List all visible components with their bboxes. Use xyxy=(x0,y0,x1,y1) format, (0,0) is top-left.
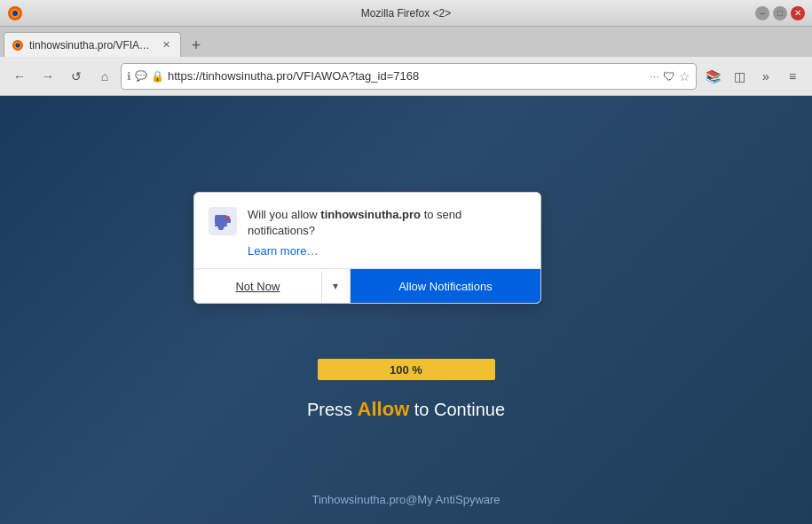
new-tab-button[interactable]: + xyxy=(185,34,208,57)
reload-button[interactable]: ↺ xyxy=(64,64,89,89)
page-content: Will you allow tinhowsinutha.pro to send… xyxy=(0,96,812,524)
address-bar[interactable]: ℹ 💬 🔒 https://tinhowsinutha.pro/VFIAWOA?… xyxy=(121,63,697,90)
bookmark-star-icon[interactable]: ☆ xyxy=(679,69,690,83)
notification-bell-icon xyxy=(209,207,237,235)
titlebar: Mozilla Firefox <2> – □ ✕ xyxy=(0,0,812,27)
page-footer: Tinhowsinutha.pro@My AntiSpyware xyxy=(311,493,500,506)
toolbar: ← → ↺ ⌂ ℹ 💬 🔒 https://tinhowsinutha.pro/… xyxy=(0,57,812,96)
popup-message-prefix: Will you allow xyxy=(248,208,320,221)
svg-point-10 xyxy=(226,216,230,219)
minimize-button[interactable]: – xyxy=(755,6,769,20)
titlebar-left xyxy=(7,5,23,21)
not-now-label: Not Now xyxy=(235,280,280,293)
maximize-button[interactable]: □ xyxy=(773,6,787,20)
learn-more-link[interactable]: Learn more… xyxy=(248,244,526,258)
menu-button[interactable]: ≡ xyxy=(780,64,805,89)
continue-text: to Continue xyxy=(409,400,505,419)
svg-point-5 xyxy=(16,43,20,47)
home-button[interactable]: ⌂ xyxy=(92,64,117,89)
toolbar-right: 📚 ◫ » ≡ xyxy=(700,64,805,89)
popup-domain: tinhowsinutha.pro xyxy=(320,208,421,221)
dropdown-arrow-icon: ▾ xyxy=(333,280,338,292)
tab-favicon-icon xyxy=(12,39,24,52)
svg-rect-6 xyxy=(215,215,227,225)
press-text: Press xyxy=(307,400,358,419)
press-allow-message: Press Allow to Continue xyxy=(307,398,505,421)
allow-word: Allow xyxy=(358,398,410,420)
tab-title: tinhowsinutha.pro/VFIAWOA xyxy=(29,39,154,52)
lock-icon: 🔒 xyxy=(151,70,164,83)
not-now-button[interactable]: Not Now xyxy=(194,269,322,303)
progress-text: 100 % xyxy=(390,363,422,377)
popup-message: Will you allow tinhowsinutha.pro to send… xyxy=(248,207,526,239)
not-now-dropdown-button[interactable]: ▾ xyxy=(322,269,351,303)
close-tab-button[interactable]: ✕ xyxy=(159,38,173,52)
popup-text-container: Will you allow tinhowsinutha.pro to send… xyxy=(248,207,526,258)
back-button[interactable]: ← xyxy=(7,64,32,89)
allow-notifications-button[interactable]: Allow Notifications xyxy=(351,269,540,303)
info-icon: ℹ xyxy=(127,70,131,83)
window-title: Mozilla Firefox <2> xyxy=(361,7,451,20)
etp-shield-icon[interactable]: 🛡 xyxy=(663,69,675,83)
titlebar-controls: – □ ✕ xyxy=(755,6,805,20)
overflow-button[interactable]: » xyxy=(753,64,778,89)
progress-bar: 100 % xyxy=(318,359,495,380)
active-tab[interactable]: tinhowsinutha.pro/VFIAWOA ✕ xyxy=(4,32,181,57)
firefox-logo-icon xyxy=(7,5,23,21)
url-text: https://tinhowsinutha.pro/VFIAWOA?tag_id… xyxy=(168,69,646,83)
progress-area: 100 % xyxy=(318,359,495,380)
popup-footer: Not Now ▾ Allow Notifications xyxy=(194,268,540,303)
tabbar: tinhowsinutha.pro/VFIAWOA ✕ + xyxy=(0,27,812,57)
library-button[interactable]: 📚 xyxy=(700,64,725,89)
more-options-icon[interactable]: ··· xyxy=(650,69,659,83)
svg-point-2 xyxy=(12,11,18,16)
popup-body: Will you allow tinhowsinutha.pro to send… xyxy=(194,193,540,268)
forward-button[interactable]: → xyxy=(35,64,60,89)
sidebar-button[interactable]: ◫ xyxy=(727,64,752,89)
svg-marker-8 xyxy=(217,226,225,230)
svg-marker-7 xyxy=(215,225,227,226)
notification-popup: Will you allow tinhowsinutha.pro to send… xyxy=(193,192,541,304)
close-window-button[interactable]: ✕ xyxy=(791,6,805,20)
chat-icon: 💬 xyxy=(135,70,147,82)
